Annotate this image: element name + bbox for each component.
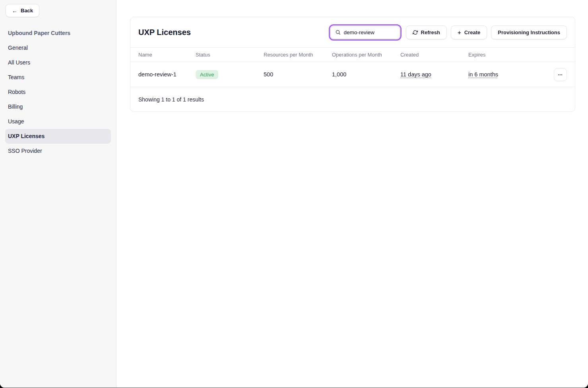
column-header-status: Status — [196, 52, 264, 58]
column-header-resources-per-month: Resources per Month — [264, 52, 332, 58]
settings-sidebar: ← Back Upbound Paper Cutters General All… — [0, 0, 116, 388]
search-field[interactable] — [330, 26, 400, 39]
refresh-button[interactable]: Refresh — [406, 25, 447, 39]
column-header-expires: Expires — [468, 52, 547, 58]
status-badge: Active — [196, 70, 218, 79]
app-window: ← Back Upbound Paper Cutters General All… — [0, 0, 588, 388]
column-header-created: Created — [400, 52, 468, 58]
table-header-row: Name Status Resources per Month Operatio… — [130, 47, 575, 62]
sidebar-item-all-users[interactable]: All Users — [5, 55, 111, 70]
license-name-cell: demo-review-1 — [130, 71, 196, 78]
resources-per-month-cell: 500 — [264, 71, 332, 78]
row-actions-menu-button[interactable]: ••• — [554, 68, 567, 81]
sidebar-item-sso-provider[interactable]: SSO Provider — [5, 144, 111, 158]
sidebar-item-uxp-licenses[interactable]: UXP Licenses — [5, 129, 111, 144]
created-relative-time[interactable]: 11 days ago — [400, 71, 431, 78]
org-name-heading: Upbound Paper Cutters — [0, 26, 116, 41]
refresh-button-label: Refresh — [421, 29, 440, 35]
refresh-icon — [413, 30, 418, 35]
create-button-label: Create — [464, 29, 480, 35]
results-count-text: Showing 1 to 1 of 1 results — [138, 96, 204, 103]
created-cell: 11 days ago — [400, 71, 468, 78]
column-header-operations-per-month: Operations per Month — [332, 52, 400, 58]
expires-cell: in 6 months — [468, 71, 547, 78]
search-input[interactable] — [344, 29, 394, 35]
sidebar-nav: Upbound Paper Cutters General All Users … — [0, 26, 116, 158]
sidebar-item-robots[interactable]: Robots — [5, 85, 111, 99]
table-footer: Showing 1 to 1 of 1 results — [130, 87, 575, 111]
license-status-cell: Active — [196, 70, 264, 79]
sidebar-item-billing[interactable]: Billing — [5, 99, 111, 114]
column-header-name: Name — [130, 52, 196, 58]
back-button-label: Back — [21, 8, 33, 14]
back-button[interactable]: ← Back — [6, 4, 39, 17]
operations-per-month-cell: 1,000 — [332, 71, 400, 78]
sidebar-item-general[interactable]: General — [5, 41, 111, 55]
provisioning-instructions-label: Provisioning Instructions — [498, 29, 560, 35]
main-content: UXP Licenses — [116, 0, 588, 388]
row-actions-cell: ••• — [547, 68, 575, 81]
expires-relative-time[interactable]: in 6 months — [468, 71, 498, 78]
search-icon — [335, 29, 341, 35]
create-button[interactable]: + Create — [451, 25, 487, 39]
ellipsis-icon: ••• — [558, 73, 563, 76]
sidebar-item-usage[interactable]: Usage — [5, 114, 111, 129]
table-row: demo-review-1 Active 500 1,000 11 days a… — [130, 62, 575, 87]
sidebar-item-teams[interactable]: Teams — [5, 70, 111, 85]
uxp-licenses-card: UXP Licenses — [130, 17, 575, 112]
plus-icon: + — [458, 29, 461, 35]
page-title: UXP Licenses — [138, 28, 191, 37]
provisioning-instructions-button[interactable]: Provisioning Instructions — [491, 25, 567, 39]
header-controls: Refresh + Create Provisioning Instructio… — [330, 25, 567, 39]
card-header: UXP Licenses — [130, 17, 575, 47]
back-arrow-icon: ← — [12, 8, 17, 14]
